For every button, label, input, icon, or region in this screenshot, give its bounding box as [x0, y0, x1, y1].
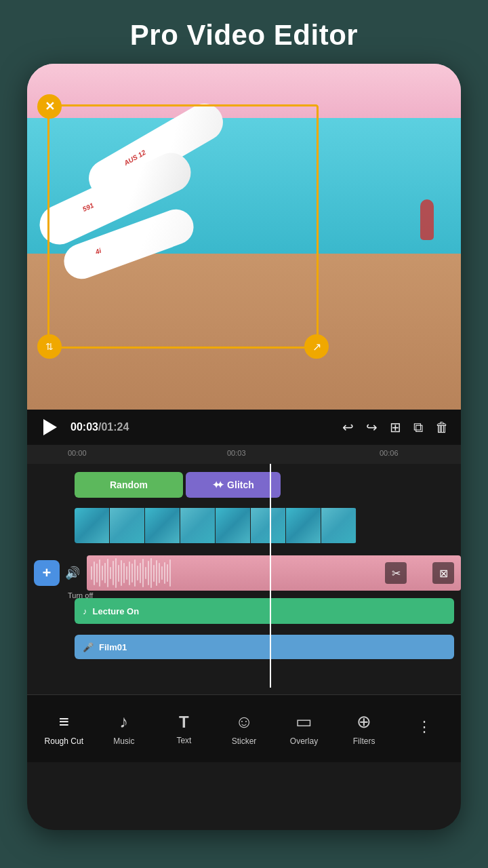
overlay-icon: ▭	[296, 711, 312, 732]
delete-button[interactable]: 🗑	[435, 420, 449, 435]
video-thumb-8	[321, 508, 357, 543]
music-track-row: ♪ Lecture On	[27, 597, 461, 628]
ruler-mark-0: 00:00	[68, 449, 87, 457]
transition-icon[interactable]: ⊠	[432, 562, 454, 584]
video-preview: AUS 12 591 4i ✕ ⇅ ↗	[27, 64, 461, 410]
redo-button[interactable]: ↪	[366, 419, 378, 435]
rough-cut-label: Rough Cut	[45, 736, 83, 746]
video-thumb-7	[286, 508, 321, 543]
total-time: 01:24	[101, 421, 129, 433]
video-thumb-6	[251, 508, 286, 543]
current-time: 00:03	[70, 421, 98, 433]
ruler-mark-2: 00:06	[380, 449, 399, 457]
text-nav-label: Text	[176, 736, 191, 745]
video-thumb-5	[216, 508, 251, 543]
add-media-button[interactable]: +	[34, 560, 60, 586]
timeline-ruler: 00:00 00:03 00:06	[27, 445, 461, 464]
voice-clip[interactable]: 🎤 Film01	[75, 635, 454, 659]
text-icon: T	[179, 713, 189, 732]
sticker-icon: ☺	[235, 711, 253, 732]
flip-button[interactable]: ⇅	[37, 334, 62, 359]
volume-icon: 🔊	[65, 566, 80, 580]
split-button[interactable]: ⊞	[390, 419, 401, 435]
cut-icon[interactable]: ✂	[385, 562, 407, 584]
video-thumb-4	[180, 508, 216, 543]
effect-clip-glitch[interactable]: ✦ ✦ Glitch	[186, 472, 281, 498]
rough-cut-icon: ≡	[59, 711, 69, 732]
music-nav-label: Music	[113, 736, 134, 746]
undo-button[interactable]: ↩	[342, 419, 354, 435]
time-display: 00:03/01:24	[70, 421, 333, 433]
music-icon: ♪	[119, 711, 128, 732]
nav-item-more[interactable]: ⋮	[401, 718, 448, 740]
overlay-nav-label: Overlay	[290, 736, 318, 746]
voice-label: Film01	[99, 642, 127, 652]
phone-frame: AUS 12 591 4i ✕ ⇅ ↗ 00:03/01:24	[27, 64, 461, 830]
nav-item-rough-cut[interactable]: ≡ Rough Cut	[40, 711, 87, 746]
selection-box: ✕ ⇅ ↗	[47, 104, 319, 349]
nav-item-filters[interactable]: ⊕ Filters	[340, 711, 388, 746]
play-button[interactable]	[39, 416, 61, 438]
nav-item-text[interactable]: T Text	[160, 713, 207, 745]
resize-button[interactable]: ↗	[304, 334, 329, 359]
nav-item-overlay[interactable]: ▭ Overlay	[281, 711, 328, 746]
timeline-area: 00:00 00:03 00:06 Random ✦ ✦ Glitch	[27, 445, 461, 694]
effects-track: Random ✦ ✦ Glitch	[27, 468, 461, 502]
video-thumb-3	[145, 508, 180, 543]
music-note-icon: ♪	[83, 606, 87, 616]
filters-nav-label: Filters	[353, 736, 375, 746]
music-label: Lecture On	[93, 606, 140, 616]
page-title: Pro Video Editor	[117, 0, 371, 64]
nav-item-sticker[interactable]: ☺ Sticker	[220, 711, 268, 746]
toolbar-icons: ↩ ↪ ⊞ ⧉ 🗑	[342, 419, 449, 435]
video-clips-track[interactable]	[27, 506, 461, 545]
video-thumb-2	[110, 508, 145, 543]
voice-track-row: 🎤 Film01	[27, 632, 461, 662]
tracks-container: Random ✦ ✦ Glitch	[27, 464, 461, 670]
audio-waveform[interactable]: ✂ ⊠	[87, 555, 461, 591]
sticker-nav-label: Sticker	[232, 736, 257, 746]
effect-clip-random[interactable]: Random	[75, 472, 183, 498]
more-icon: ⋮	[417, 718, 432, 736]
bottom-nav: ≡ Rough Cut ♪ Music T Text ☺ Sticker ▭ O…	[27, 694, 461, 762]
copy-button[interactable]: ⧉	[413, 420, 423, 435]
play-icon	[43, 419, 57, 435]
mic-icon: 🎤	[83, 642, 94, 652]
playback-bar: 00:03/01:24 ↩ ↪ ⊞ ⧉ 🗑	[27, 410, 461, 445]
nav-item-music[interactable]: ♪ Music	[100, 711, 148, 746]
ruler-mark-1: 00:03	[227, 449, 246, 457]
music-clip[interactable]: ♪ Lecture On	[75, 598, 454, 624]
filters-icon: ⊕	[357, 711, 371, 732]
video-thumb-1	[75, 508, 110, 543]
main-track-row: + 🔊	[27, 549, 461, 597]
close-button[interactable]: ✕	[37, 94, 62, 119]
